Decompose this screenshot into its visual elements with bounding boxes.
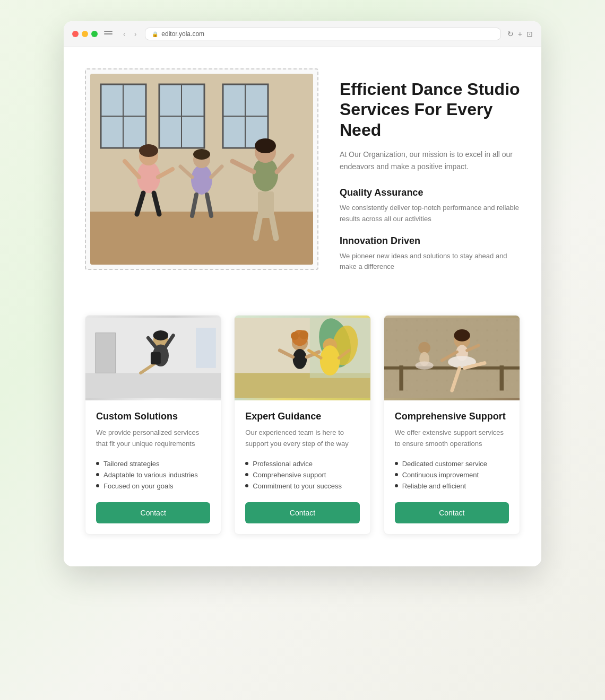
svg-rect-1: [90, 212, 313, 265]
svg-rect-34: [85, 373, 221, 398]
list-item: Professional advice: [245, 458, 359, 469]
card-2-contact-button[interactable]: Contact: [245, 502, 359, 523]
card-2-image: [235, 316, 370, 400]
card-2-list: Professional advice Comprehensive suppor…: [245, 458, 359, 492]
list-item-text: Professional advice: [253, 460, 313, 468]
hero-dashed-border: [85, 68, 318, 270]
svg-point-69: [456, 345, 468, 361]
list-item: Dedicated customer service: [395, 458, 509, 469]
card-3-image: [384, 316, 520, 400]
svg-line-73: [452, 368, 459, 391]
feature-innovation-desc: We pioneer new ideas and solutions to st…: [340, 251, 520, 273]
hero-subtitle: At Our Organization, our mission is to e…: [340, 148, 520, 172]
svg-point-42: [153, 330, 168, 340]
close-button[interactable]: [72, 31, 79, 37]
svg-point-57: [320, 345, 340, 375]
svg-line-52: [307, 352, 319, 357]
list-item: Adaptable to various industries: [96, 469, 210, 480]
list-item-text: Comprehensive support: [253, 471, 326, 479]
tabs-icon[interactable]: [104, 31, 113, 37]
list-item-text: Focused on your goals: [103, 482, 174, 490]
hero-image: [90, 74, 313, 265]
feature-innovation-title: Innovation Driven: [340, 235, 520, 247]
bullet-icon: [395, 473, 398, 476]
svg-rect-43: [151, 352, 161, 365]
card-1-image: [85, 316, 221, 400]
list-item: Reliable and efficient: [395, 480, 509, 492]
svg-rect-66: [399, 365, 403, 390]
browser-window: ‹ › 🔒 editor.yola.com ↻ + ⊡: [64, 21, 541, 566]
back-button[interactable]: ‹: [121, 29, 128, 39]
browser-chrome: ‹ › 🔒 editor.yola.com ↻ + ⊡: [64, 21, 541, 47]
hero-section: Efficient Dance Studio Services For Ever…: [85, 68, 520, 283]
cards-section: Custom Solutions We provide personalized…: [85, 315, 520, 535]
svg-point-27: [255, 138, 276, 153]
add-tab-icon[interactable]: +: [518, 30, 522, 38]
card-1-title: Custom Solutions: [96, 411, 210, 422]
svg-line-71: [442, 352, 456, 361]
card-3-desc: We offer extensive support services to e…: [395, 427, 509, 450]
svg-point-55: [299, 330, 308, 339]
bullet-icon: [245, 462, 248, 465]
browser-content: Efficient Dance Studio Services For Ever…: [64, 47, 541, 566]
svg-point-75: [454, 329, 470, 342]
svg-point-18: [191, 165, 212, 195]
card-2-desc: Our experienced team is here to support …: [245, 427, 359, 450]
list-item-text: Dedicated customer service: [402, 460, 487, 468]
svg-line-39: [141, 363, 155, 373]
card-2-body: Expert Guidance Our experienced team is …: [235, 400, 370, 534]
browser-actions: ↻ + ⊡: [507, 30, 533, 38]
svg-point-50: [293, 349, 307, 369]
list-item-text: Adaptable to various industries: [103, 471, 198, 479]
hero-text: Efficient Dance Studio Services For Ever…: [340, 68, 520, 283]
card-1-desc: We provide personalized services that fi…: [96, 427, 210, 450]
lock-icon: 🔒: [152, 31, 158, 37]
svg-line-41: [148, 338, 158, 351]
share-icon[interactable]: ↻: [507, 30, 514, 38]
hero-title: Efficient Dance Studio Services For Ever…: [340, 79, 520, 140]
list-item-text: Commitment to your success: [253, 482, 342, 490]
list-item: Tailored strategies: [96, 458, 210, 469]
card-3-contact-button[interactable]: Contact: [395, 502, 509, 523]
card-1-body: Custom Solutions We provide personalized…: [85, 400, 221, 534]
card-1-list: Tailored strategies Adaptable to various…: [96, 458, 210, 492]
bullet-icon: [96, 473, 99, 476]
svg-rect-35: [96, 333, 116, 373]
forward-button[interactable]: ›: [132, 29, 139, 39]
svg-point-20: [193, 149, 210, 160]
bullet-icon: [96, 484, 99, 487]
bullet-icon: [96, 462, 99, 465]
list-item: Focused on your goals: [96, 480, 210, 492]
list-item-text: Reliable and efficient: [402, 482, 466, 490]
bullet-icon: [395, 462, 398, 465]
address-bar[interactable]: 🔒 editor.yola.com: [145, 28, 500, 40]
svg-rect-36: [196, 328, 216, 368]
feature-quality-title: Quality Assurance: [340, 187, 520, 198]
card-3-list: Dedicated customer service Continuous im…: [395, 458, 509, 492]
svg-rect-61: [384, 318, 520, 398]
card-3-title: Comprehensive Support: [395, 411, 509, 422]
traffic-lights: [72, 31, 98, 37]
extensions-icon[interactable]: ⊡: [526, 30, 533, 38]
svg-point-78: [415, 362, 433, 370]
maximize-button[interactable]: [91, 31, 98, 37]
hero-image-container: [85, 68, 318, 270]
feature-quality: Quality Assurance We consistently delive…: [340, 187, 520, 225]
feature-innovation: Innovation Driven We pioneer new ideas a…: [340, 235, 520, 273]
card-expert-guidance: Expert Guidance Our experienced team is …: [234, 315, 370, 535]
card-1-contact-button[interactable]: Contact: [96, 502, 210, 523]
svg-point-54: [291, 332, 299, 340]
minimize-button[interactable]: [82, 31, 88, 37]
feature-quality-desc: We consistently deliver top-notch perfor…: [340, 203, 520, 225]
browser-nav: ‹ ›: [121, 29, 139, 39]
svg-point-13: [139, 144, 158, 157]
list-item: Continuous improvement: [395, 469, 509, 480]
dance-scene-svg: [90, 74, 313, 265]
url-text: editor.yola.com: [161, 30, 204, 38]
svg-point-49: [292, 335, 308, 351]
list-item: Commitment to your success: [245, 480, 359, 492]
card-custom-solutions: Custom Solutions We provide personalized…: [85, 315, 221, 535]
bullet-icon: [245, 484, 248, 487]
svg-rect-67: [499, 365, 504, 390]
card-2-title: Expert Guidance: [245, 411, 359, 422]
